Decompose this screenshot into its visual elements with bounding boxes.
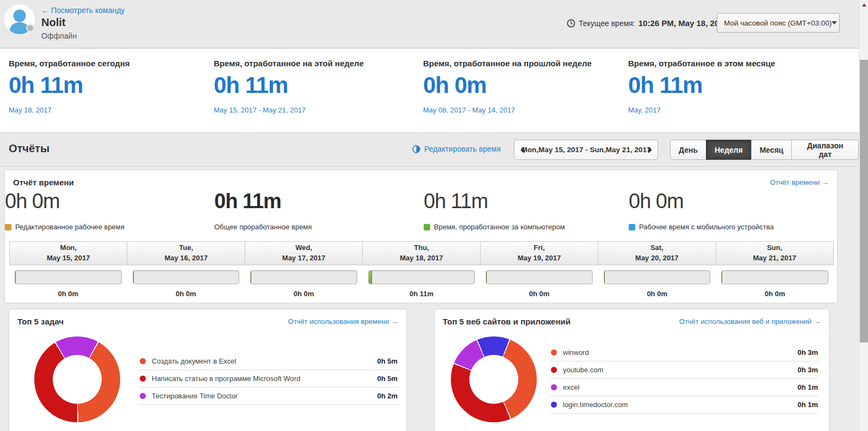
day-header: Mon,May 15, 2017 <box>9 241 127 265</box>
view-month-button[interactable]: Месяц <box>751 140 792 160</box>
donut-hole <box>469 355 518 404</box>
summary-label: Время, проработанное за компьютером <box>424 223 565 231</box>
day-time: 0h 0m <box>9 290 127 298</box>
chevron-down-icon <box>832 21 837 24</box>
back-to-team-link[interactable]: ← Посмотреть команду <box>41 6 125 15</box>
legend-dot-icon <box>551 402 557 408</box>
summary-total-time: 0h 11m Общее проработанное время <box>214 190 312 231</box>
tasks-legend: Создать документ в Excel 0h 5m Написать … <box>139 353 399 405</box>
chevron-left-icon <box>520 147 524 153</box>
app-time: 0h 1m <box>797 401 818 409</box>
week-table: Mon,May 15, 2017 Tue,May 16, 2017 Wed,Ma… <box>9 241 834 298</box>
task-label: Написать статью в программе Microsoft Wo… <box>152 374 377 383</box>
legend-item[interactable]: Написать статью в программе Microsoft Wo… <box>139 370 399 388</box>
timezone-select[interactable]: Мой часовой пояс (GMT+03:00) <box>717 13 840 33</box>
stat-title: Время, отработанное сегодня <box>9 59 130 68</box>
scroll-up-button[interactable] <box>859 0 868 9</box>
stat-title: Время, отработанное на этой неделе <box>214 59 364 68</box>
legend-dot-icon <box>551 367 557 373</box>
summary-label: Общее проработанное время <box>214 223 312 231</box>
current-time-label: Текущее время: <box>579 19 635 28</box>
computer-time-swatch-icon <box>424 224 430 230</box>
current-time-value: 10:26 PM, May 18, 2017 <box>638 18 728 28</box>
view-week-button[interactable]: Неделя <box>706 140 752 160</box>
time-usage-report-link[interactable]: Отчёт использования времени → <box>288 317 398 326</box>
day-progress <box>480 270 598 284</box>
legend-item[interactable]: Создать документ в Excel 0h 5m <box>139 353 399 370</box>
time-report-link[interactable]: Отчёт времени → <box>770 178 829 186</box>
stat-worked-today: Время, отработанное сегодня 0h 11m May 1… <box>9 49 130 114</box>
summary-mobile-time: 0h 0m Рабочее время с мобильного устройс… <box>629 190 774 231</box>
app-label: excel <box>563 383 797 391</box>
apps-donut-chart <box>451 336 537 422</box>
stat-period: May, 2017 <box>628 106 775 114</box>
legend-item[interactable]: youtube.com 0h 3m <box>550 361 819 379</box>
day-header: Sat,May 20, 2017 <box>598 241 716 265</box>
vertical-scrollbar[interactable] <box>859 0 868 431</box>
edit-time-icon <box>412 145 420 153</box>
day-header: Fri,May 19, 2017 <box>480 241 598 265</box>
week-header-row: Mon,May 15, 2017 Tue,May 16, 2017 Wed,Ma… <box>9 241 834 265</box>
stat-title: Время, отработанное в этом месяце <box>628 59 775 68</box>
stat-worked-this-month: Время, отработанное в этом месяце 0h 11m… <box>628 49 775 114</box>
day-progress <box>598 270 716 284</box>
legend-item[interactable]: login.timedoctor.com 0h 1m <box>550 396 819 414</box>
view-date-range-button[interactable]: Диапазон дат <box>791 140 859 160</box>
stats-row: Время, отработанное сегодня 0h 11m May 1… <box>0 49 859 132</box>
stat-period: May 15, 2017 - May 21, 2017 <box>214 106 364 114</box>
stat-value: 0h 0m <box>423 72 592 98</box>
web-app-usage-report-link[interactable]: Отчёт использования веб и приложений → <box>679 317 821 326</box>
apps-legend: winword 0h 3m youtube.com 0h 3m excel 0h… <box>550 344 819 414</box>
current-time: Текущее время: 10:26 PM, May 18, 2017 <box>567 18 728 28</box>
edited-time-swatch-icon <box>5 224 11 230</box>
day-header: Wed,May 17, 2017 <box>245 241 363 265</box>
stat-value: 0h 11m <box>9 72 130 98</box>
task-time: 0h 5m <box>377 357 398 365</box>
view-day-button[interactable]: День <box>670 140 706 160</box>
next-period-button[interactable] <box>642 140 658 159</box>
summary-label: Рабочее время с мобильного устройства <box>629 223 774 231</box>
offline-status-dot <box>26 24 34 32</box>
edit-time-label: Редактировать время <box>424 145 501 153</box>
app-label: login.timedoctor.com <box>563 401 797 409</box>
user-name: Nolit <box>41 16 65 29</box>
app-time: 0h 3m <box>797 366 818 374</box>
legend-item[interactable]: Тестирование Time Doctor 0h 2m <box>139 388 399 405</box>
reports-bar: Отчёты Редактировать время Mon,May 15, 2… <box>0 132 859 167</box>
task-time: 0h 5m <box>377 374 398 383</box>
app-label: winword <box>563 348 797 357</box>
legend-dot-icon <box>140 358 146 364</box>
top-apps-card: Топ 5 веб сайтов и приложений Отчёт испо… <box>434 309 829 431</box>
stat-period: May 18, 2017 <box>9 106 130 114</box>
day-header: Sun,May 21, 2017 <box>716 241 834 265</box>
page-header: ← Посмотреть команду Nolit Оффлайн Текущ… <box>0 0 859 48</box>
day-time: 0h 0m <box>127 290 245 298</box>
legend-item[interactable]: winword 0h 3m <box>550 344 819 361</box>
summary-value: 0h 11m <box>424 190 565 213</box>
edit-time-link[interactable]: Редактировать время <box>412 145 501 153</box>
day-time: 0h 0m <box>245 290 363 298</box>
task-label: Тестирование Time Doctor <box>152 392 377 400</box>
day-progress <box>9 270 127 284</box>
legend-dot-icon <box>140 376 146 382</box>
day-time: 0h 0m <box>716 290 834 298</box>
chevron-right-icon <box>648 147 652 153</box>
top-apps-title: Топ 5 веб сайтов и приложений <box>443 317 571 326</box>
week-bars-row <box>9 270 834 284</box>
app-time: 0h 1m <box>797 383 818 391</box>
day-header: Tue,May 16, 2017 <box>127 241 245 265</box>
time-report-title: Отчёт времени <box>13 178 74 187</box>
day-progress <box>127 270 245 284</box>
prev-period-button[interactable] <box>514 140 530 159</box>
scrollbar-thumb[interactable] <box>860 60 868 342</box>
day-progress <box>716 270 834 284</box>
day-header: Thu,May 18, 2017 <box>362 241 480 265</box>
day-time: 0h 11m <box>363 290 481 298</box>
stat-period: May 08, 2017 - May 14, 2017 <box>423 106 592 114</box>
summary-label: Редактированное рабочее время <box>5 223 125 231</box>
view-mode-buttons: День Неделя Месяц Диапазон дат <box>670 140 859 160</box>
task-label: Создать документ в Excel <box>152 357 377 365</box>
date-range-navigator: Mon,May 15, 2017 - Sun,May 21, 2017 <box>514 140 658 160</box>
summary-edited-time: 0h 0m Редактированное рабочее время <box>5 190 125 231</box>
legend-item[interactable]: excel 0h 1m <box>550 379 819 396</box>
